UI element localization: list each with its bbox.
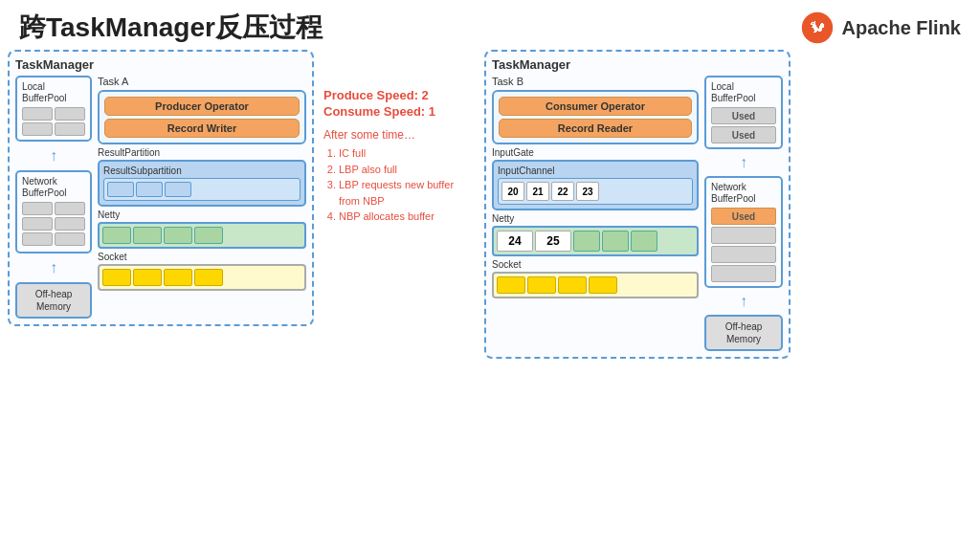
- netty-buf: [102, 227, 131, 244]
- socket-right-box: [492, 272, 699, 298]
- ic-num-22: 22: [551, 182, 574, 201]
- ic-num-23: 23: [576, 182, 599, 201]
- arrow-right-bp: ↑: [704, 154, 783, 171]
- result-subpartition-box: ResultSubpartition: [98, 160, 306, 207]
- netty-buf-empty-1: [573, 231, 600, 252]
- used-label-1: Used: [711, 107, 776, 124]
- buf-cell: [55, 217, 85, 231]
- rsp-buf: [165, 182, 191, 197]
- ic-num-20: 20: [501, 182, 524, 201]
- netty-left-box: [98, 222, 306, 249]
- input-channel-label: InputChannel: [498, 165, 693, 176]
- buf-cell: [22, 217, 53, 231]
- netty-right-box: 24 25: [492, 226, 699, 256]
- input-channel-box: InputChannel 20 21 22 23: [492, 160, 699, 210]
- record-writer: Record Writer: [104, 119, 300, 138]
- page-title: 跨TaskManager反压过程: [19, 10, 323, 46]
- ic-numbers: 20 21 22 23: [498, 178, 693, 205]
- used-label-2: Used: [711, 126, 776, 143]
- right-local-bp: LocalBufferPool Used Used: [704, 76, 783, 149]
- step-1: IC full: [339, 145, 480, 162]
- buf-cell: [22, 107, 53, 121]
- right-taskmanager: TaskManager Task B Consumer Operator Rec…: [484, 50, 791, 359]
- after-label: After some time…: [323, 128, 480, 142]
- step-2: LBP also full: [339, 162, 480, 178]
- svg-text:🐿: 🐿: [810, 18, 825, 35]
- right-nbp-buf-2: [711, 246, 776, 263]
- left-buffer-column: LocalBufferPool ↑ NetworkBufferPool: [15, 76, 92, 319]
- main-diagram: TaskManager LocalBufferPool ↑ Ne: [0, 50, 980, 359]
- arrow-right-offheap: ↑: [704, 293, 783, 310]
- record-reader: Record Reader: [499, 119, 692, 138]
- socket-buf-r3: [558, 276, 587, 294]
- produce-speed: Produce Speed: 2: [323, 88, 480, 102]
- used-label-3: Used: [711, 208, 776, 225]
- left-network-bp-label: NetworkBufferPool: [22, 176, 85, 199]
- left-offheap: Off-heap Memory: [15, 282, 92, 319]
- buf-cell: [22, 122, 53, 136]
- ic-num-21: 21: [526, 182, 549, 201]
- task-a-area: Task A Producer Operator Record Writer R…: [98, 76, 306, 291]
- left-local-bp-label: LocalBufferPool: [22, 81, 85, 104]
- netty-label-right: Netty: [492, 213, 699, 224]
- right-network-bp-label: NetworkBufferPool: [711, 182, 776, 205]
- arrow-down-left-1: ↑: [15, 147, 92, 165]
- rsp-inner-buffers: [103, 178, 301, 201]
- left-local-bp: LocalBufferPool: [15, 76, 92, 142]
- left-tm-label: TaskManager: [15, 57, 306, 72]
- flink-logo-icon: 🐿: [800, 11, 835, 45]
- task-a-box: Producer Operator Record Writer: [98, 90, 306, 144]
- result-subpartition-label: ResultSubpartition: [103, 165, 301, 176]
- netty-buf: [194, 227, 223, 244]
- right-nbp-buf-1: [711, 227, 776, 244]
- netty-num-25: 25: [535, 231, 571, 252]
- right-offheap: Off-heap Memory: [704, 315, 783, 351]
- right-buffer-column: LocalBufferPool Used Used ↑ NetworkBuffe…: [704, 76, 783, 351]
- left-network-bp: NetworkBufferPool: [15, 170, 92, 253]
- logo-label: Apache Flink: [842, 17, 961, 39]
- buf-cell: [55, 107, 85, 121]
- task-b-area: Task B Consumer Operator Record Reader I…: [492, 76, 699, 298]
- netty-label-left: Netty: [98, 209, 306, 220]
- socket-buf-r2: [527, 276, 556, 294]
- socket-buf-r1: [497, 276, 525, 294]
- consumer-operator: Consumer Operator: [499, 97, 692, 116]
- step-4: NBP allocates buffer: [339, 209, 480, 225]
- buf-cell: [55, 232, 85, 246]
- inputgate-label: InputGate: [492, 147, 699, 158]
- left-network-bp-buffers: [22, 202, 85, 246]
- task-b-box: Consumer Operator Record Reader: [492, 90, 699, 144]
- socket-label-right: Socket: [492, 259, 699, 270]
- buf-cell: [22, 202, 53, 215]
- netty-buf-empty-2: [602, 231, 629, 252]
- buf-cell: [55, 122, 85, 136]
- rsp-buf: [136, 182, 163, 197]
- buf-cell: [22, 232, 53, 246]
- socket-label-left: Socket: [98, 252, 306, 262]
- socket-buf-r4: [589, 276, 617, 294]
- result-partition-label: ResultPartition: [98, 147, 306, 158]
- step-list: IC full LBP also full LBP requests new b…: [323, 145, 480, 225]
- right-local-bp-used: Used Used: [711, 107, 776, 143]
- right-offheap-label: Off-heap Memory: [711, 320, 776, 345]
- netty-num-24: 24: [497, 231, 533, 252]
- netty-buf: [164, 227, 192, 244]
- producer-operator: Producer Operator: [104, 97, 300, 116]
- socket-buf: [133, 269, 162, 286]
- buf-cell: [55, 202, 85, 215]
- logo-area: 🐿 Apache Flink: [800, 11, 961, 45]
- netty-buf-empty-3: [631, 231, 657, 252]
- socket-buf: [194, 269, 223, 286]
- task-b-label: Task B: [492, 76, 699, 87]
- left-taskmanager: TaskManager LocalBufferPool ↑ Ne: [8, 50, 314, 326]
- step-3: LBP requests new buffer from NBP: [339, 177, 480, 209]
- rsp-buf: [107, 182, 134, 197]
- right-network-bp: NetworkBufferPool Used: [704, 176, 783, 288]
- socket-left-box: [98, 264, 306, 291]
- netty-buf: [133, 227, 162, 244]
- middle-annotations: Produce Speed: 2 Consume Speed: 1 After …: [318, 50, 480, 225]
- task-a-label: Task A: [98, 76, 306, 87]
- socket-buf: [164, 269, 192, 286]
- consume-speed: Consume Speed: 1: [323, 104, 480, 119]
- arrow-left-offheap: ↑: [15, 259, 92, 276]
